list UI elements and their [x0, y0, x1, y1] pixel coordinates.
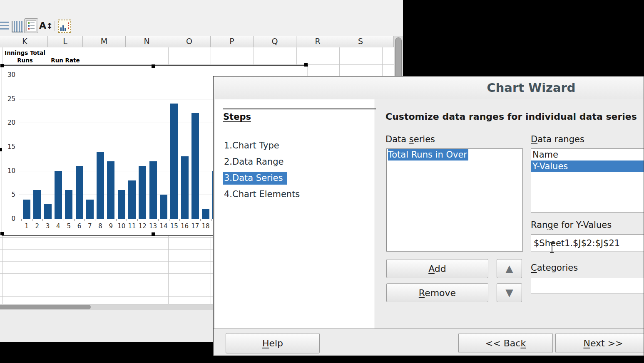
column-header-N[interactable]: N — [126, 36, 168, 47]
column-header-partial[interactable] — [382, 36, 394, 47]
x-axis-tick — [148, 219, 148, 221]
steps-list: 1.Chart Type2.Data Range3.Data Series4.C… — [223, 140, 304, 205]
x-axis-tick — [200, 219, 201, 221]
x-axis-label: 1 — [22, 222, 32, 230]
x-axis-label: 15 — [169, 222, 179, 230]
x-axis-label: 18 — [201, 222, 211, 230]
bar — [97, 152, 104, 219]
column-header-P[interactable]: P — [211, 36, 254, 47]
categories-input[interactable] — [531, 278, 644, 294]
cell-k1[interactable]: Innings Total Runs — [2, 48, 47, 65]
cell-l1[interactable]: Run Rate — [48, 48, 82, 65]
x-axis-label: 4 — [53, 222, 63, 230]
bar — [65, 190, 72, 219]
y-axis-label: 15 — [3, 143, 15, 151]
help-button[interactable]: Help — [226, 333, 320, 353]
bar — [107, 161, 114, 219]
data-ranges-label: Data ranges — [531, 134, 584, 144]
back-button[interactable]: << Back — [458, 333, 553, 353]
categories-label: Categories — [531, 263, 578, 273]
x-axis-tick — [21, 219, 22, 221]
x-axis-label: 8 — [95, 222, 105, 230]
chart-wizard-dialog: Chart Wizard Steps 1.Chart Type2.Data Ra… — [213, 76, 644, 356]
dialog-bottom-separator — [214, 328, 644, 329]
y-axis-label: 5 — [3, 191, 15, 198]
column-headers: KLMNOPQRS — [0, 36, 394, 48]
chart-formatting-toolbar: A↕ — [0, 0, 403, 36]
move-up-icon[interactable]: ▲ — [497, 259, 522, 278]
y-axis-label: 25 — [3, 95, 15, 103]
bar — [181, 156, 189, 219]
selection-handle-mid-left[interactable] — [0, 148, 2, 151]
x-axis-tick — [106, 219, 106, 221]
x-axis-label: 10 — [117, 222, 127, 230]
y-axis-label: 0 — [3, 215, 15, 222]
bar — [55, 171, 62, 219]
x-axis-tick — [190, 219, 190, 221]
x-axis-tick — [95, 219, 95, 221]
selection-handle-top-left[interactable] — [0, 64, 4, 67]
move-down-icon[interactable]: ▼ — [497, 283, 522, 302]
step-item-3[interactable]: 3.Data Series — [223, 172, 287, 185]
x-axis-label: 17 — [190, 222, 200, 230]
data-ranges-listbox[interactable]: NameY-Values — [531, 148, 644, 213]
bar — [23, 200, 30, 219]
x-axis-label: 5 — [64, 222, 74, 230]
data-series-listbox[interactable]: Total Runs in Over — [386, 148, 523, 252]
x-axis-label: 9 — [106, 222, 116, 230]
step-item-1[interactable]: 1.Chart Type — [223, 140, 283, 152]
steps-heading: Steps — [223, 112, 251, 122]
range-for-y-values-input[interactable] — [531, 235, 644, 252]
y-axis-label: 30 — [3, 71, 15, 79]
horizontal-grids-icon[interactable] — [0, 22, 9, 32]
vertical-grids-icon[interactable] — [12, 21, 23, 32]
bar — [86, 200, 94, 219]
dialog-titlebar[interactable]: Chart Wizard — [214, 77, 644, 99]
next-button[interactable]: Next >> — [555, 333, 644, 353]
column-header-M[interactable]: M — [83, 36, 126, 47]
bar — [202, 209, 209, 219]
remove-button[interactable]: Remove — [386, 283, 488, 302]
x-axis-tick — [42, 219, 43, 221]
x-axis-label: 7 — [85, 222, 95, 230]
toolbar-separator — [55, 21, 55, 31]
bar — [149, 161, 157, 219]
data-ranges-item[interactable]: Y-Values — [531, 161, 644, 172]
x-axis-label: 13 — [148, 222, 158, 230]
add-button[interactable]: Add — [386, 259, 488, 278]
column-header-Q[interactable]: Q — [254, 36, 296, 47]
legend-icon-page — [26, 20, 36, 31]
bar — [191, 113, 199, 219]
dialog-title: Chart Wizard — [487, 77, 575, 99]
selection-handle-bottom-left[interactable] — [0, 232, 4, 235]
data-series-item[interactable]: Total Runs in Over — [387, 149, 522, 161]
column-header-S[interactable]: S — [339, 36, 382, 47]
x-axis-tick — [64, 219, 64, 221]
bar — [118, 190, 125, 219]
x-axis-label: 16 — [180, 222, 190, 230]
column-header-R[interactable]: R — [296, 36, 339, 47]
column-header-L[interactable]: L — [48, 36, 83, 47]
x-axis-label: 6 — [75, 222, 85, 230]
y-axis-label: 20 — [3, 119, 15, 126]
bar — [128, 180, 136, 219]
x-axis-tick — [85, 219, 85, 221]
gridline-y-30 — [19, 75, 308, 75]
chart-type-icon[interactable] — [58, 20, 71, 33]
step-item-4[interactable]: 4.Chart Elements — [223, 188, 304, 201]
bar — [33, 190, 41, 219]
scale-text-icon[interactable]: A↕ — [39, 20, 53, 32]
column-header-K[interactable]: K — [2, 36, 48, 47]
column-header-O[interactable]: O — [168, 36, 211, 47]
x-axis-label: 2 — [32, 222, 42, 230]
data-ranges-item[interactable]: Name — [531, 149, 644, 161]
selection-handle-top-mid[interactable] — [152, 64, 155, 68]
x-axis-tick — [169, 219, 169, 221]
selection-handle-bottom-mid[interactable] — [152, 232, 155, 236]
selection-handle-top-right[interactable] — [304, 63, 308, 67]
horizontal-scrollbar-thumb[interactable] — [0, 305, 91, 309]
legend-icon[interactable] — [24, 18, 38, 33]
bar — [44, 204, 52, 219]
step-item-2[interactable]: 2.Data Range — [223, 156, 288, 168]
range-for-y-values-label: Range for Y-Values — [531, 220, 612, 230]
